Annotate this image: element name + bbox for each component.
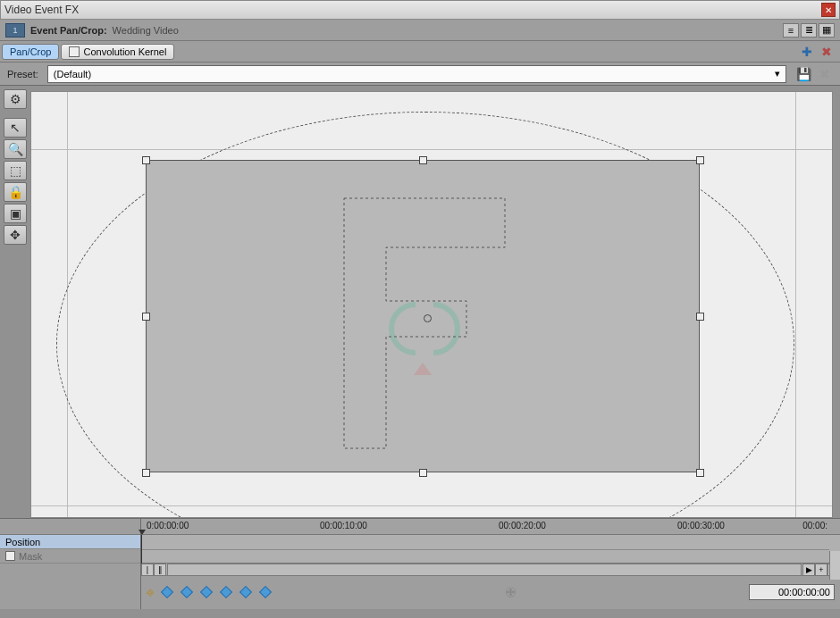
track-mask-checkbox[interactable] xyxy=(5,551,15,561)
handle-bl[interactable] xyxy=(142,469,150,477)
handle-bc[interactable] xyxy=(419,469,427,477)
fx-tab-pancrop[interactable]: Pan/Crop xyxy=(2,44,59,60)
hscroll-track[interactable] xyxy=(167,564,802,576)
view-icon-1[interactable]: ≡ xyxy=(783,23,799,38)
track-badge: 1 xyxy=(5,23,25,38)
tool-move[interactable]: ✥ xyxy=(4,225,27,245)
fx-tab-label: Convolution Kernel xyxy=(83,46,166,57)
timecode-field[interactable]: 00:00:00:00 xyxy=(749,584,835,600)
preset-label: Preset: xyxy=(7,69,38,79)
scroll-next[interactable]: ▶ xyxy=(802,564,815,576)
fx-tab-convolution[interactable]: Convolution Kernel xyxy=(61,44,174,60)
center-handle[interactable] xyxy=(424,314,432,322)
kf-prev[interactable] xyxy=(181,586,193,598)
time-ruler[interactable]: 0:00:00:00 00:00:10:00 00:00:20:00 00:00… xyxy=(141,519,840,535)
kf-first[interactable] xyxy=(161,586,173,598)
preset-save-icon[interactable]: 💾 xyxy=(795,66,811,82)
preset-value: (Default) xyxy=(54,69,91,79)
close-button[interactable]: ✕ xyxy=(821,3,836,17)
lane-vscroll[interactable] xyxy=(829,551,840,580)
track-position[interactable]: Position xyxy=(0,535,140,549)
track-mask[interactable]: Mask xyxy=(0,549,140,564)
ruler-tick: 00:00:30:00 xyxy=(677,521,725,530)
scroll-prev[interactable]: ‖ xyxy=(154,564,166,576)
preset-dropdown[interactable]: (Default) ▾ xyxy=(47,65,786,83)
handle-br[interactable] xyxy=(696,469,704,477)
handle-tc[interactable] xyxy=(419,156,427,164)
window-title: Video Event FX xyxy=(4,4,79,16)
kf-last[interactable] xyxy=(259,586,272,598)
handle-mr[interactable] xyxy=(696,313,704,321)
f-indicator xyxy=(340,194,509,453)
tool-zoom[interactable]: 🔍 xyxy=(4,139,27,159)
ruler-tick: 00:00:20:00 xyxy=(499,521,546,530)
crop-canvas[interactable] xyxy=(30,91,833,518)
tc-anchor-icon[interactable]: 🕀 xyxy=(506,587,516,597)
ruler-tick: 0:00:00:00 xyxy=(147,521,189,530)
handle-tl[interactable] xyxy=(142,156,150,164)
sync-cursor-icon[interactable]: ⎆ xyxy=(147,585,154,599)
view-icon-3[interactable]: ▦ xyxy=(819,23,835,38)
dropdown-icon: ▾ xyxy=(775,68,780,79)
tool-bounds[interactable]: ▣ xyxy=(4,204,27,223)
pane-title: Event Pan/Crop: xyxy=(30,25,107,36)
kf-next[interactable] xyxy=(239,586,252,598)
playhead[interactable] xyxy=(141,535,142,564)
kf-add[interactable] xyxy=(200,586,213,598)
tool-lock[interactable]: 🔒 xyxy=(4,182,27,202)
zoom-in[interactable]: + xyxy=(815,564,827,576)
ruler-tick: 00:00: xyxy=(802,521,827,530)
kf-del[interactable] xyxy=(220,586,232,598)
scroll-first[interactable]: | xyxy=(141,564,154,576)
clip-name: Wedding Video xyxy=(113,25,179,36)
tool-snap[interactable]: ⬚ xyxy=(4,161,27,180)
fx-enable-checkbox[interactable] xyxy=(69,46,80,57)
ruler-tick: 00:00:10:00 xyxy=(320,521,367,530)
keyframe-lanes[interactable] xyxy=(141,535,840,564)
guide-right xyxy=(795,92,796,517)
track-label: Position xyxy=(5,537,40,547)
view-icon-2[interactable]: ≣ xyxy=(801,23,817,38)
fx-tab-label: Pan/Crop xyxy=(10,46,51,57)
tool-pointer[interactable]: ↖ xyxy=(4,118,27,138)
plugin-remove-icon[interactable]: ✖ xyxy=(819,44,835,60)
handle-ml[interactable] xyxy=(142,313,150,321)
plugin-add-icon[interactable]: ✚ xyxy=(799,44,815,60)
handle-tr[interactable] xyxy=(696,156,704,164)
track-label: Mask xyxy=(19,551,42,562)
tool-options[interactable]: ⚙ xyxy=(4,89,27,109)
preset-delete-icon[interactable]: ✖ xyxy=(817,66,833,82)
